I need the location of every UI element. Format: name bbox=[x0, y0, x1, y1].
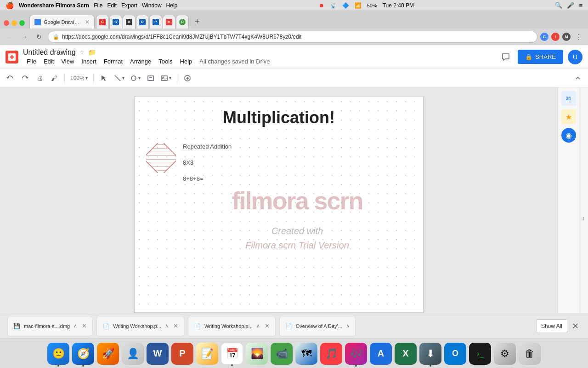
folder-icon[interactable]: 📁 bbox=[88, 49, 96, 56]
download-close-2[interactable]: ✕ bbox=[173, 322, 178, 329]
menu-tools[interactable]: Tools bbox=[155, 57, 176, 66]
sidebar-star[interactable]: ★ bbox=[561, 109, 576, 124]
dock-trash[interactable]: 🗑 bbox=[519, 343, 541, 365]
window-menu[interactable]: Window bbox=[142, 2, 162, 9]
download-item-1[interactable]: 💾 mac-filmora-s....dmg ∧ ✕ bbox=[7, 316, 93, 336]
menu-edit[interactable]: Edit bbox=[40, 57, 57, 66]
image-tool[interactable]: ▾ bbox=[159, 72, 173, 85]
download-item-2[interactable]: 📄 Writing Workshop.p... ∧ ✕ bbox=[96, 316, 184, 336]
back-button[interactable]: ← bbox=[4, 31, 16, 43]
wifi-icon[interactable]: 📶 bbox=[355, 2, 362, 9]
download-close-3[interactable]: ✕ bbox=[265, 322, 270, 329]
tab-item[interactable]: C bbox=[96, 15, 109, 29]
download-close-1[interactable]: ✕ bbox=[82, 322, 87, 329]
active-tab[interactable]: Google Drawings ✕ bbox=[29, 15, 95, 29]
menu-insert[interactable]: Insert bbox=[78, 57, 100, 66]
address-bar[interactable]: 🔒 https://docs.google.com/drawings/d/1FF… bbox=[48, 31, 537, 43]
download-chevron-1[interactable]: ∧ bbox=[74, 323, 77, 329]
apple-menu[interactable]: 🍎 bbox=[6, 1, 14, 10]
dock-outlook[interactable]: O bbox=[444, 343, 466, 365]
dock-launchpad[interactable]: 🚀 bbox=[97, 343, 119, 365]
text-box-tool[interactable] bbox=[144, 72, 157, 85]
siri-icon[interactable]: 🎤 bbox=[567, 2, 574, 9]
comments-button[interactable] bbox=[498, 50, 513, 64]
share-button[interactable]: 🔒 SHARE bbox=[518, 50, 563, 64]
window-minimize[interactable] bbox=[11, 20, 17, 26]
dock-music[interactable]: 🎵 bbox=[320, 343, 342, 365]
download-chevron-3[interactable]: ∧ bbox=[256, 323, 260, 329]
star-icon[interactable]: ☆ bbox=[79, 49, 85, 56]
menu-help[interactable]: Help bbox=[176, 57, 196, 66]
print-button[interactable]: 🖨 bbox=[33, 72, 46, 85]
user-avatar[interactable]: U bbox=[568, 50, 582, 64]
search-icon[interactable]: 🔍 bbox=[555, 2, 562, 9]
line-tool[interactable]: ▾ bbox=[112, 72, 126, 85]
tab-close[interactable]: ✕ bbox=[85, 19, 90, 25]
repeated-addition-text[interactable]: Repeated Addition bbox=[183, 143, 232, 150]
drawing-canvas[interactable]: Multiplication! Repeated Addition bbox=[134, 97, 424, 313]
menu-arrange[interactable]: Arrange bbox=[126, 57, 155, 66]
add-button[interactable] bbox=[181, 72, 194, 85]
dock-photos[interactable]: 🌄 bbox=[246, 343, 268, 365]
airplay-icon[interactable]: 📡 bbox=[330, 2, 337, 9]
redo-button[interactable] bbox=[18, 72, 31, 85]
control-center-icon[interactable]: ≡ bbox=[579, 2, 582, 9]
dock-powerpoint[interactable]: P bbox=[171, 343, 193, 365]
bluetooth-icon[interactable]: 🔷 bbox=[342, 2, 349, 9]
taskbar-close-button[interactable]: ✕ bbox=[570, 319, 581, 333]
dock-finder[interactable]: 🙂 bbox=[47, 343, 69, 365]
ext-red[interactable]: ! bbox=[551, 33, 560, 41]
show-all-button[interactable]: Show All bbox=[536, 319, 567, 333]
drawing-title[interactable]: Multiplication! bbox=[135, 97, 423, 135]
ext-google[interactable]: G bbox=[540, 33, 548, 41]
download-chevron-2[interactable]: ∧ bbox=[165, 323, 169, 329]
file-menu[interactable]: File bbox=[94, 2, 102, 9]
dock-download-mgr[interactable]: ⬇ bbox=[419, 343, 441, 365]
forward-button[interactable]: → bbox=[18, 31, 30, 43]
sidebar-calendar[interactable]: 31 bbox=[561, 91, 576, 106]
menu-file[interactable]: File bbox=[23, 57, 40, 66]
dock-contacts[interactable]: 👤 bbox=[122, 343, 144, 365]
download-item-3[interactable]: 📄 Writing Workshop.p... ∧ ✕ bbox=[188, 316, 276, 336]
dock-facetime[interactable]: 📹 bbox=[271, 343, 293, 365]
toolbar-collapse-button[interactable] bbox=[571, 72, 584, 85]
shape-tool[interactable]: ▾ bbox=[128, 72, 142, 85]
equation-text[interactable]: 8+8+8= bbox=[183, 175, 232, 182]
tab-item[interactable]: B bbox=[123, 15, 136, 29]
download-item-4[interactable]: 📄 Overview of A Day'... ∧ bbox=[279, 316, 356, 336]
zoom-control[interactable]: 100% ▾ bbox=[68, 72, 90, 85]
formula-text[interactable]: 8X3 bbox=[183, 159, 232, 166]
refresh-button[interactable]: ↻ bbox=[33, 31, 45, 43]
edit-menu[interactable]: Edit bbox=[107, 2, 117, 9]
select-tool[interactable] bbox=[97, 72, 110, 85]
dock-itunes[interactable]: 🎶 bbox=[345, 343, 367, 365]
window-maximize[interactable] bbox=[19, 20, 25, 26]
tab-item[interactable]: n bbox=[163, 15, 175, 29]
doc-title[interactable]: Untitled drawing bbox=[23, 48, 76, 57]
sidebar-compass[interactable]: ◉ bbox=[561, 128, 576, 143]
menu-view[interactable]: View bbox=[57, 57, 78, 66]
help-menu-sys[interactable]: Help bbox=[166, 2, 178, 9]
diamond-shape[interactable] bbox=[146, 143, 176, 173]
paint-format-button[interactable]: 🖌 bbox=[48, 72, 61, 85]
more-button[interactable]: ⋮ bbox=[573, 33, 584, 41]
canvas-area[interactable]: Multiplication! Repeated Addition bbox=[0, 87, 558, 313]
new-tab-button[interactable]: + bbox=[192, 15, 203, 29]
tab-item[interactable]: S bbox=[109, 15, 122, 29]
undo-button[interactable] bbox=[4, 72, 17, 85]
dock-system-prefs[interactable]: ⚙ bbox=[494, 343, 516, 365]
dock-excel[interactable]: X bbox=[395, 343, 417, 365]
app-logo[interactable] bbox=[6, 51, 18, 63]
menu-format[interactable]: Format bbox=[100, 57, 126, 66]
tab-item[interactable]: P bbox=[149, 15, 162, 29]
dock-maps[interactable]: 🗺 bbox=[295, 343, 317, 365]
dock-terminal[interactable]: ›_ bbox=[469, 343, 491, 365]
ext-dark[interactable]: M bbox=[562, 33, 571, 41]
download-chevron-4[interactable]: ∧ bbox=[346, 323, 350, 329]
dock-notes[interactable]: 📝 bbox=[196, 343, 218, 365]
dock-word[interactable]: W bbox=[147, 343, 169, 365]
tab-item[interactable]: D bbox=[136, 15, 149, 29]
dock-calendar[interactable]: 📅 bbox=[221, 343, 243, 365]
window-close[interactable] bbox=[4, 20, 9, 26]
dock-appstore[interactable]: A bbox=[370, 343, 392, 365]
